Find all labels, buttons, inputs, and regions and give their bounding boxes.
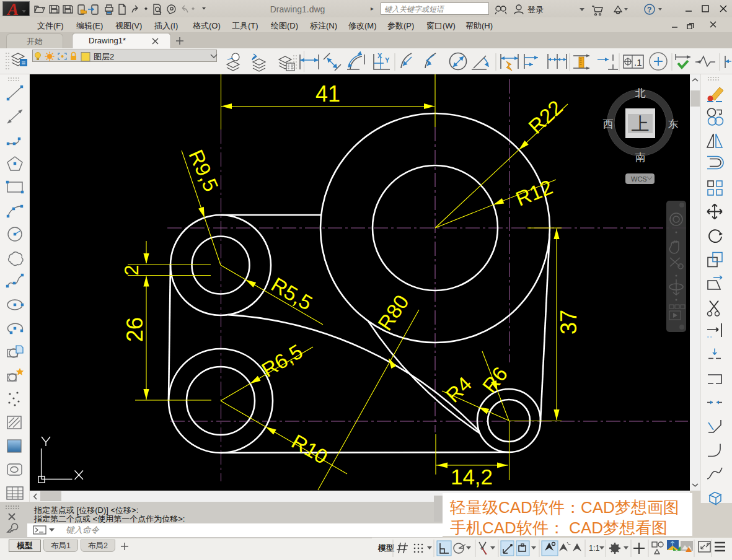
svg-text:登录: 登录 — [527, 5, 544, 14]
svg-text:14,2: 14,2 — [451, 465, 493, 489]
svg-text:R5,5: R5,5 — [268, 273, 317, 315]
svg-text:X: X — [377, 52, 382, 59]
svg-text:37: 37 — [556, 310, 581, 335]
svg-text:?: ? — [647, 6, 651, 14]
svg-text:R6,5: R6,5 — [258, 339, 307, 382]
svg-text:2: 2 — [121, 265, 143, 275]
svg-text:西: 西 — [603, 118, 614, 130]
svg-text:R9,5: R9,5 — [184, 146, 223, 195]
svg-text:南: 南 — [635, 152, 646, 164]
svg-text:R6: R6 — [478, 362, 512, 397]
svg-text:A: A — [6, 2, 19, 15]
svg-text:R22: R22 — [524, 95, 567, 138]
svg-text:R10: R10 — [288, 430, 332, 468]
svg-text:R12: R12 — [513, 175, 556, 211]
svg-text:上: 上 — [632, 114, 650, 134]
svg-text:Y: Y — [385, 56, 390, 64]
svg-text:26: 26 — [122, 317, 148, 342]
svg-text:WCS: WCS — [631, 175, 647, 183]
svg-text:1:1: 1:1 — [589, 544, 599, 553]
svg-text:.1: .1 — [634, 57, 642, 68]
svg-text:东: 东 — [668, 118, 679, 130]
svg-text:41: 41 — [315, 81, 340, 107]
svg-text:北: 北 — [635, 87, 646, 99]
